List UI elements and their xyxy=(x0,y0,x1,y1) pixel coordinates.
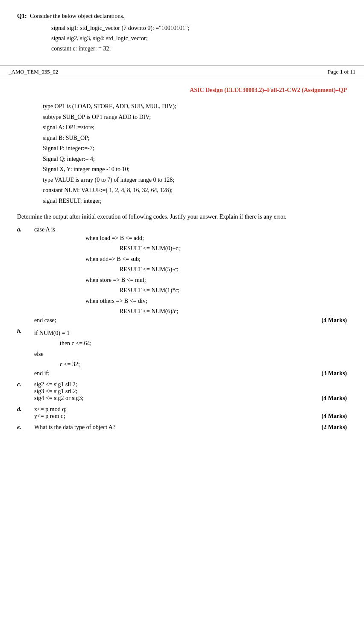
page-top: Q1: Consider the below object declaratio… xyxy=(0,0,364,58)
code-line-1: signal sig1: std_logic_vector (7 downto … xyxy=(51,23,347,33)
endif-row: end if; (3 Marks) xyxy=(34,370,347,377)
case-line-8: RESULT <= NUM(6)/c; xyxy=(120,306,347,317)
footer-left: _AMO_TEM_035_02 xyxy=(9,68,58,75)
sub-b-marks: (3 Marks) xyxy=(308,370,347,377)
sub-c-label: c. xyxy=(17,381,30,388)
if-block: if NUM(0) = 1 then c <= 64; else c <= 32… xyxy=(34,328,347,370)
sub-c-line-1: sig2 <= sig1 sll 2; xyxy=(34,381,347,388)
sub-a-label: a. xyxy=(17,226,30,233)
end-case-text: end case; xyxy=(34,317,56,324)
end-case-row: end case; (4 Marks) xyxy=(34,317,347,324)
sub-d: d. x<= p mod q; y<= p rem q; (4 Marks) xyxy=(17,406,347,420)
case-line-3: when add=> B <= sub; xyxy=(85,254,347,265)
case-line-1: when load => B <= add; xyxy=(85,233,347,244)
case-line-5: when store => B <= mul; xyxy=(85,275,347,286)
code-section: type OP1 is (LOAD, STORE, ADD, SUB, MUL,… xyxy=(43,101,347,206)
code-line-3: constant c: integer: = 32; xyxy=(51,44,347,54)
if-line-3: else xyxy=(34,349,347,360)
header-code-block: signal sig1: std_logic_vector (7 downto … xyxy=(51,23,347,53)
sub-e-label: e. xyxy=(17,424,30,431)
determine-text: Determine the output after initial execu… xyxy=(17,212,347,222)
sub-d-last-row: y<= p rem q; (4 Marks) xyxy=(34,413,347,420)
sub-b-label: b. xyxy=(17,328,30,335)
code-p2-line-1: type OP1 is (LOAD, STORE, ADD, SUB, MUL,… xyxy=(43,101,347,112)
sub-e: e. What is the data type of object A? (2… xyxy=(17,424,347,431)
sub-b-content: if NUM(0) = 1 then c <= 64; else c <= 32… xyxy=(34,328,347,377)
page-number: Page 1 of 11 xyxy=(328,68,355,75)
sub-e-row: e. What is the data type of object A? (2… xyxy=(17,424,347,431)
sub-e-text: What is the data type of object A? xyxy=(34,424,115,431)
if-line-2: then c <= 64; xyxy=(60,338,347,349)
q1-number: Q1: xyxy=(17,13,27,19)
sub-c: c. sig2 <= sig1 sll 2; sig3 <= sig1 srl … xyxy=(17,381,347,402)
sub-e-marks: (2 Marks) xyxy=(308,424,347,431)
sub-d-label: d. xyxy=(17,406,30,413)
q1-label: Q1: Consider the below object declaratio… xyxy=(17,13,347,20)
case-line-2: RESULT <= NUM(0)+c; xyxy=(120,243,347,254)
page-text: Page xyxy=(328,68,340,75)
case-line-6: RESULT <= NUM(1)*c; xyxy=(120,285,347,296)
sub-a-marks: (4 Marks) xyxy=(308,317,347,324)
doc-title: ASIC Design (ELEC30003.2)–Fall-21-CW2 (A… xyxy=(17,87,347,94)
footer-bar: _AMO_TEM_035_02 Page 1 of 11 xyxy=(0,65,364,78)
sub-b: b. if NUM(0) = 1 then c <= 64; else c <=… xyxy=(17,328,347,377)
code-p2-line-5: Signal P: integer:=-7; xyxy=(43,143,347,154)
page-total: 11 xyxy=(350,68,355,75)
code-p2-line-9: constant NUM: VALUE:=( 1, 2, 4, 8, 16, 3… xyxy=(43,185,347,196)
code-p2-line-3: signal A: OP1:=store; xyxy=(43,122,347,133)
sub-c-last-row: sig4 <= sig2 or sig3; (4 Marks) xyxy=(34,395,347,402)
sub-a: a. case A is when load => B <= add; RESU… xyxy=(17,226,347,324)
code-p2-line-6: Signal Q: integer:= 4; xyxy=(43,154,347,165)
code-p2-line-8: type VALUE is array (0 to 7) of integer … xyxy=(43,175,347,186)
endif-text: end if; xyxy=(34,370,50,377)
if-line-4: c <= 32; xyxy=(60,359,347,370)
sub-questions: a. case A is when load => B <= add; RESU… xyxy=(17,226,347,431)
sub-c-marks: (4 Marks) xyxy=(308,395,347,402)
sub-c-line-2: sig3 <= sig1 srl 2; xyxy=(34,388,347,395)
code-p2-line-10: signal RESULT: integer; xyxy=(43,196,347,207)
if-line-1: if NUM(0) = 1 xyxy=(34,328,347,339)
code-line-2: signal sig2, sig3, sig4: std_logic_vecto… xyxy=(51,33,347,44)
code-p2-line-7: Signal X, Y: integer range -10 to 10; xyxy=(43,164,347,175)
page2-content: ASIC Design (ELEC30003.2)–Fall-21-CW2 (A… xyxy=(0,78,364,447)
sub-c-line-3: sig4 <= sig2 or sig3; xyxy=(34,395,83,402)
case-block: when load => B <= add; RESULT <= NUM(0)+… xyxy=(51,233,347,317)
sub-c-content: sig2 <= sig1 sll 2; sig3 <= sig1 srl 2; … xyxy=(34,381,347,402)
sub-d-line-1: x<= p mod q; xyxy=(34,406,347,413)
code-p2-line-2: subtype SUB_OP is OP1 range ADD to DIV; xyxy=(43,112,347,123)
code-p2-line-4: signal B: SUB_OP; xyxy=(43,133,347,144)
sub-a-content: case A is when load => B <= add; RESULT … xyxy=(34,226,347,324)
q1-text: Consider the below object declarations. xyxy=(30,13,124,19)
case-a-title: case A is xyxy=(34,226,347,233)
sub-d-content: x<= p mod q; y<= p rem q; (4 Marks) xyxy=(34,406,347,420)
sub-d-line-2: y<= p rem q; xyxy=(34,413,65,420)
case-line-4: RESULT <= NUM(5)-c; xyxy=(120,264,347,275)
page-of: of xyxy=(343,68,350,75)
case-line-7: when others => B <= div; xyxy=(85,296,347,307)
sub-d-marks: (4 Marks) xyxy=(308,413,347,420)
